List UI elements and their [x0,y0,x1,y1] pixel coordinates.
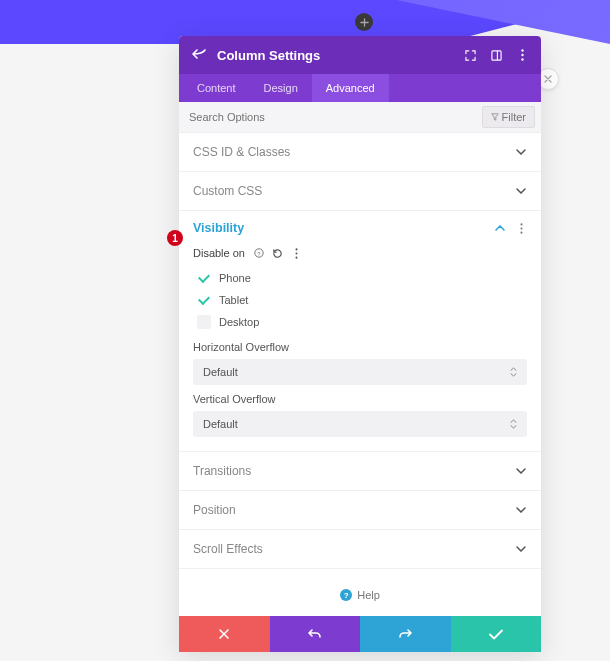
checkbox-icon [197,293,211,307]
vertical-overflow-label: Vertical Overflow [193,393,527,405]
save-button[interactable] [451,616,542,652]
vertical-overflow-select[interactable]: Default [193,411,527,437]
horizontal-overflow-select[interactable]: Default [193,359,527,385]
chevron-down-icon [515,543,527,555]
search-row: Filter [179,102,541,133]
help-circle-icon: ? [340,589,352,601]
horizontal-overflow-label: Horizontal Overflow [193,341,527,353]
modal-tabs: Content Design Advanced [179,74,541,102]
filter-button[interactable]: Filter [482,106,535,128]
section-css-id-classes[interactable]: CSS ID & Classes [179,133,541,172]
section-transitions[interactable]: Transitions [179,452,541,491]
snap-icon[interactable] [489,48,503,62]
select-value: Default [203,418,238,430]
chevron-down-icon [515,185,527,197]
tab-advanced[interactable]: Advanced [312,74,389,102]
select-indicator-icon [510,367,517,378]
help-label: Help [357,589,380,601]
svg-point-3 [521,54,523,56]
visibility-body: Disable on ? Phone [179,241,541,452]
disable-on-phone[interactable]: Phone [193,267,527,289]
svg-point-7 [520,231,522,233]
disable-on-tablet[interactable]: Tablet [193,289,527,311]
svg-rect-0 [491,50,500,59]
modal-footer [179,616,541,652]
svg-point-11 [296,252,298,254]
add-section-button[interactable] [355,13,373,31]
section-title: Visibility [193,221,244,235]
section-scroll-effects[interactable]: Scroll Effects [179,530,541,569]
svg-point-10 [296,248,298,250]
section-title: Position [193,503,236,517]
tab-design[interactable]: Design [250,74,312,102]
search-input[interactable] [179,103,476,131]
chevron-down-icon [515,465,527,477]
svg-point-6 [520,227,522,229]
undo-button[interactable] [270,616,361,652]
kebab-menu-icon[interactable] [291,247,303,259]
section-title: Transitions [193,464,251,478]
header-actions [463,48,529,62]
reset-icon[interactable] [272,247,284,259]
help-icon[interactable]: ? [253,247,265,259]
disable-on-row: Disable on ? [193,247,527,259]
select-indicator-icon [510,419,517,430]
undo-icon [308,628,322,640]
checkbox-label: Tablet [219,294,248,306]
disable-on-label: Disable on [193,247,245,259]
redo-icon [398,628,412,640]
svg-point-12 [296,256,298,258]
back-icon[interactable] [191,47,207,63]
section-visibility-header[interactable]: Visibility [179,211,541,241]
section-title: CSS ID & Classes [193,145,290,159]
section-title: Custom CSS [193,184,262,198]
modal-header: Column Settings [179,36,541,74]
section-title: Scroll Effects [193,542,263,556]
funnel-icon [491,113,499,121]
svg-point-5 [520,223,522,225]
svg-point-2 [521,49,523,51]
kebab-menu-icon[interactable] [515,48,529,62]
redo-button[interactable] [360,616,451,652]
modal-title: Column Settings [217,48,463,63]
kebab-menu-icon[interactable] [515,222,527,234]
disable-on-desktop[interactable]: Desktop [193,311,527,333]
check-icon [489,629,503,640]
section-position[interactable]: Position [179,491,541,530]
close-icon [218,628,230,640]
section-custom-css[interactable]: Custom CSS [179,172,541,211]
annotation-badge: 1 [167,230,183,246]
discard-button[interactable] [179,616,270,652]
checkbox-label: Phone [219,272,251,284]
checkbox-icon [197,271,211,285]
help-link[interactable]: ? Help [179,569,541,616]
chevron-down-icon [515,146,527,158]
chevron-up-icon [494,222,506,234]
filter-label: Filter [502,111,526,123]
svg-text:?: ? [257,251,261,257]
sections: CSS ID & Classes Custom CSS Visibility [179,133,541,616]
settings-modal: Column Settings Content Design Advanced … [179,36,541,652]
chevron-down-icon [515,504,527,516]
select-value: Default [203,366,238,378]
checkbox-icon [197,315,211,329]
checkbox-label: Desktop [219,316,259,328]
tab-content[interactable]: Content [183,74,250,102]
svg-point-4 [521,58,523,60]
expand-icon[interactable] [463,48,477,62]
